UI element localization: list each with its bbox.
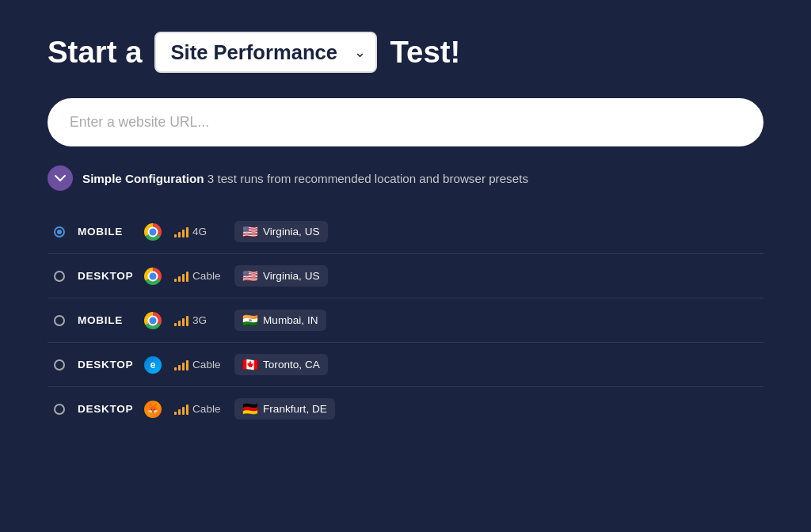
url-input-wrapper <box>48 98 763 146</box>
chevron-down-icon <box>54 172 67 184</box>
flag-icon: 🇨🇦 <box>242 357 258 372</box>
radio-dot[interactable] <box>54 315 65 326</box>
signal-bars-icon <box>174 404 188 415</box>
location-label: Toronto, CA <box>263 359 320 370</box>
location-badge: 🇮🇳Mumbai, IN <box>234 310 326 331</box>
device-label: DESKTOP <box>78 359 131 370</box>
test-type-dropdown[interactable]: Site PerformanceUptimeTraceroute <box>154 32 377 73</box>
header-start-text: Start a <box>48 35 142 70</box>
location-badge: 🇺🇸Virginia, US <box>234 265 328 287</box>
test-item[interactable]: MOBILE3G🇮🇳Mumbai, IN <box>48 298 763 343</box>
device-label: MOBILE <box>78 226 131 238</box>
signal-bars-icon <box>174 271 188 282</box>
test-item[interactable]: MOBILE4G🇺🇸Virginia, US <box>48 210 763 254</box>
device-label: MOBILE <box>78 314 131 326</box>
flag-icon: 🇩🇪 <box>242 401 258 416</box>
radio-dot[interactable] <box>54 226 65 238</box>
connection-type-label: Cable <box>192 403 221 415</box>
flag-icon: 🇺🇸 <box>242 268 258 283</box>
page-header: Start a Site PerformanceUptimeTraceroute… <box>48 32 763 73</box>
test-item[interactable]: DESKTOP🦊Cable🇩🇪Frankfurt, DE <box>48 387 763 431</box>
test-type-dropdown-wrapper[interactable]: Site PerformanceUptimeTraceroute ⌄ <box>154 32 377 73</box>
signal-bars-icon <box>174 359 188 370</box>
location-badge: 🇩🇪Frankfurt, DE <box>234 398 335 420</box>
config-row: Simple Configuration 3 test runs from re… <box>48 165 763 191</box>
connection-type-label: 3G <box>192 314 207 326</box>
location-badge: 🇨🇦Toronto, CA <box>234 354 328 375</box>
test-item[interactable]: DESKTOPeCable🇨🇦Toronto, CA <box>48 343 763 387</box>
test-item[interactable]: DESKTOPCable🇺🇸Virginia, US <box>48 254 763 298</box>
flag-icon: 🇮🇳 <box>242 313 258 328</box>
connection-badge: Cable <box>174 403 222 415</box>
config-rest: 3 test runs from recommended location an… <box>204 172 528 185</box>
location-label: Mumbai, IN <box>263 314 318 326</box>
signal-bars-icon <box>174 315 188 326</box>
chrome-icon <box>144 268 162 285</box>
radio-dot[interactable] <box>54 359 65 370</box>
config-toggle-button[interactable] <box>48 165 73 191</box>
location-label: Virginia, US <box>263 226 320 238</box>
edge-icon: e <box>144 356 162 374</box>
config-bold: Simple Configuration <box>82 172 204 185</box>
connection-badge: 4G <box>174 226 222 238</box>
connection-type-label: Cable <box>192 359 221 370</box>
flag-icon: 🇺🇸 <box>242 224 258 239</box>
location-badge: 🇺🇸Virginia, US <box>234 221 328 242</box>
url-input[interactable] <box>48 98 763 146</box>
location-label: Frankfurt, DE <box>263 403 327 415</box>
firefox-icon: 🦊 <box>144 401 162 418</box>
device-label: DESKTOP <box>78 403 131 415</box>
radio-dot[interactable] <box>54 271 65 282</box>
location-label: Virginia, US <box>263 270 320 282</box>
connection-type-label: Cable <box>192 270 221 282</box>
signal-bars-icon <box>174 226 188 238</box>
device-label: DESKTOP <box>78 270 131 282</box>
chrome-icon <box>144 223 162 241</box>
header-test-text: Test! <box>390 35 460 70</box>
config-description: Simple Configuration 3 test runs from re… <box>82 172 528 185</box>
connection-type-label: 4G <box>192 226 207 238</box>
radio-dot[interactable] <box>54 404 65 415</box>
connection-badge: 3G <box>174 314 222 326</box>
connection-badge: Cable <box>174 270 222 282</box>
chrome-icon <box>144 312 162 329</box>
test-list: MOBILE4G🇺🇸Virginia, USDESKTOPCable🇺🇸Virg… <box>48 210 763 431</box>
connection-badge: Cable <box>174 359 222 370</box>
